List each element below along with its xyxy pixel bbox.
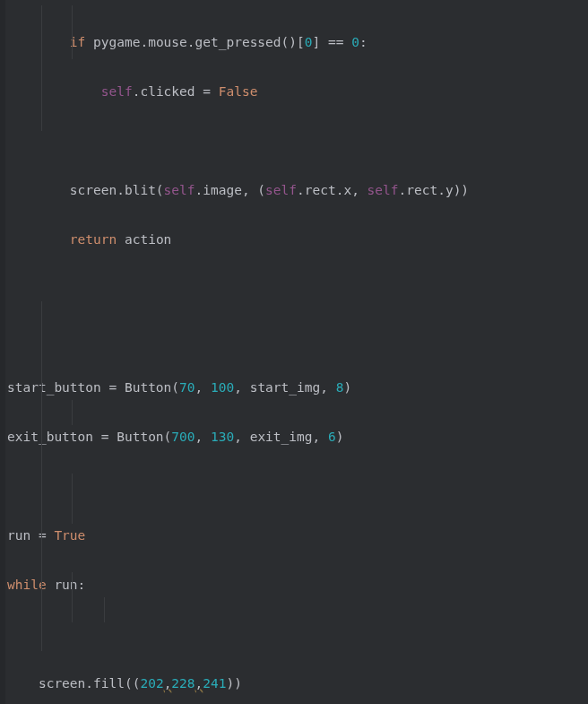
code-line[interactable]: exit_button = Button(700, 130, exit_img,… <box>7 425 588 450</box>
code-line[interactable] <box>7 129 588 154</box>
code-text: start_button = Button( <box>7 380 179 395</box>
code-line[interactable]: return action <box>7 228 588 253</box>
indent <box>7 183 70 197</box>
indent <box>7 84 101 99</box>
indent-guide <box>72 5 73 59</box>
indent-guide <box>72 572 73 622</box>
code-text: .image, ( <box>195 183 266 197</box>
code-text: ) <box>343 380 351 395</box>
code-editor[interactable]: if pygame.mouse.get_pressed()[0] == 0: s… <box>0 0 588 704</box>
self-keyword: self <box>101 84 133 99</box>
indent-guide <box>72 474 73 524</box>
code-line[interactable] <box>7 622 588 648</box>
code-text: .rect.y)) <box>399 183 470 197</box>
keyword-return: return <box>70 232 117 247</box>
code-line[interactable]: if pygame.mouse.get_pressed()[0] == 0: <box>7 30 588 56</box>
code-text: .clicked = <box>133 84 219 99</box>
code-line[interactable] <box>7 277 588 302</box>
code-line[interactable]: while run: <box>7 573 588 598</box>
code-text: run: <box>47 578 86 592</box>
self-keyword: self <box>164 183 195 197</box>
code-text: screen.blit( <box>70 183 164 197</box>
indent <box>7 676 39 691</box>
code-text: run = <box>7 528 54 543</box>
number: 241 <box>203 676 226 691</box>
code-text: , start_img, <box>234 380 336 395</box>
indent <box>7 232 70 247</box>
number: 6 <box>328 430 336 444</box>
indent-guide <box>72 400 73 425</box>
keyword-true: True <box>54 528 85 543</box>
code-line[interactable]: self.clicked = False <box>7 80 588 105</box>
number: 700 <box>171 430 195 444</box>
number: 130 <box>211 430 234 444</box>
indent-guide <box>104 597 105 622</box>
self-keyword: self <box>368 183 399 197</box>
code-text: ] == <box>312 35 351 49</box>
code-line[interactable] <box>7 326 588 352</box>
code-text: .rect.x, <box>297 183 368 197</box>
indent-guide <box>41 5 42 131</box>
code-line[interactable]: screen.blit(self.image, (self.rect.x, se… <box>7 178 588 204</box>
number: 228 <box>171 676 195 691</box>
code-text: , <box>195 430 211 444</box>
code-text: ) <box>336 430 344 444</box>
code-text: exit_button = Button( <box>7 430 171 444</box>
code-line[interactable]: screen.fill((202,228,241)) <box>7 672 588 697</box>
number: 100 <box>211 380 234 395</box>
code-text: screen.fill(( <box>39 676 141 691</box>
indent <box>7 35 70 49</box>
code-line[interactable]: run = True <box>7 524 588 549</box>
keyword-false: False <box>219 84 258 99</box>
self-keyword: self <box>265 183 297 197</box>
gutter-bar <box>0 0 5 704</box>
code-text: )) <box>227 676 242 691</box>
warning-comma: , <box>195 676 203 691</box>
number: 202 <box>140 676 163 691</box>
code-text: , exit_img, <box>234 430 328 444</box>
code-text: action <box>117 232 171 247</box>
number: 70 <box>179 380 195 395</box>
number: 0 <box>351 35 359 49</box>
code-line[interactable]: start_button = Button(70, 100, start_img… <box>7 376 588 401</box>
code-text: : <box>359 35 368 49</box>
code-text: , <box>195 380 211 395</box>
code-text: pygame.mouse.get_pressed()[ <box>85 35 304 49</box>
indent-guide <box>41 301 42 651</box>
code-line[interactable] <box>7 474 588 500</box>
